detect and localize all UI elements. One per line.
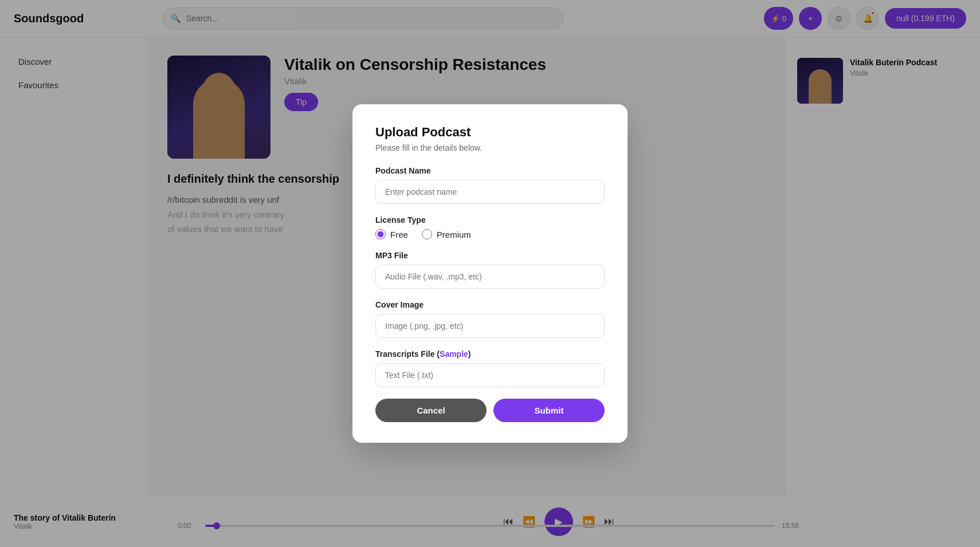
transcripts-file-group: Transcripts File (Sample) [375,349,605,387]
cover-image-label: Cover Image [375,300,605,309]
sample-link[interactable]: Sample [440,349,468,359]
submit-button[interactable]: Submit [493,399,605,422]
mp3-file-input[interactable] [375,265,605,289]
license-free-option[interactable]: Free [375,229,408,239]
license-free-radio[interactable] [375,229,386,239]
cancel-button[interactable]: Cancel [375,399,487,422]
transcripts-file-label: Transcripts File (Sample) [375,349,605,359]
modal-actions: Cancel Submit [375,399,605,422]
license-type-label: License Type [375,215,605,225]
license-radio-group: Free Premium [375,229,605,239]
license-type-group: License Type Free Premium [375,215,605,239]
mp3-file-label: MP3 File [375,251,605,260]
license-premium-label: Premium [437,230,471,239]
modal-title: Upload Podcast [375,125,605,140]
podcast-name-input[interactable] [375,180,605,204]
modal-overlay: Upload Podcast Please fill in the detail… [0,0,980,547]
transcripts-file-input[interactable] [375,363,605,387]
cover-image-group: Cover Image [375,300,605,338]
mp3-file-group: MP3 File [375,251,605,289]
upload-podcast-modal: Upload Podcast Please fill in the detail… [352,104,628,443]
podcast-name-label: Podcast Name [375,166,605,175]
license-free-label: Free [390,230,408,239]
license-premium-radio[interactable] [422,229,432,239]
podcast-name-group: Podcast Name [375,166,605,204]
cover-image-input[interactable] [375,314,605,338]
modal-subtitle: Please fill in the details below. [375,143,605,152]
license-premium-option[interactable]: Premium [422,229,471,239]
